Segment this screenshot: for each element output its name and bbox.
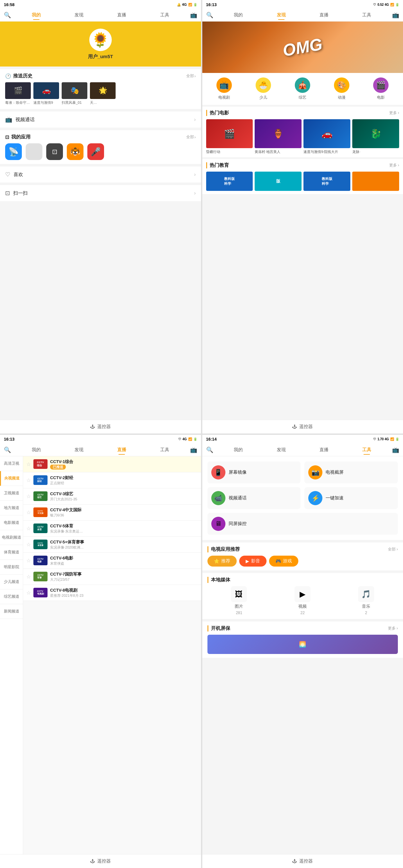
tab-live-2[interactable]: 直播 [317, 11, 330, 19]
scan-item[interactable]: ⊡ 扫一扫 › [0, 185, 201, 201]
channel-item-3[interactable]: ☆ CCTV中文国 CCTV-4中文国际 银刀6/36 [23, 504, 201, 521]
cat-nav-sports[interactable]: 体育频道 [0, 545, 23, 560]
tab-tools[interactable]: 工具 [158, 11, 171, 19]
movie-card-1[interactable]: 🏺 黄庙村·地宫美人 [255, 119, 302, 154]
movie-card-2[interactable]: 🚗 速度与激情9·院线大片 [303, 119, 350, 154]
cat-nav-variety[interactable]: 综艺频道 [0, 589, 23, 604]
tv-app-tab-video[interactable]: ▶ 影音 [239, 556, 267, 566]
channel-item-5[interactable]: ☆ CCTV体育赛 CCTV-5+体育赛事 实况录像·2020欧洲… [23, 537, 201, 553]
tab-my[interactable]: 我的 [30, 11, 43, 19]
app-icon-2[interactable]: ⊡ [46, 143, 63, 160]
tv-icon-3[interactable]: 📺 [186, 446, 201, 454]
tab-live[interactable]: 直播 [115, 11, 128, 19]
tab-live-3[interactable]: 直播 [115, 446, 128, 454]
star-icon-8[interactable]: ☆ [26, 590, 31, 596]
channel-item-4[interactable]: ☆ CCTV体育 CCTV-5体育 实况录像·东京奥运… [23, 521, 201, 537]
cat-nav-kids[interactable]: 少儿频道 [0, 575, 23, 589]
edu-card-2[interactable]: 教科版科学 [303, 172, 350, 191]
app-icon-1[interactable] [26, 143, 42, 160]
edu-card-3[interactable] [352, 172, 399, 191]
movie-card-0[interactable]: 🎬 昏霾行动 [206, 119, 253, 154]
star-icon-0[interactable]: ☆ [26, 461, 31, 467]
cat-nav-news[interactable]: 新闻频道 [0, 604, 23, 619]
tab-discover-3[interactable]: 发现 [73, 446, 86, 454]
bootscreen-more[interactable]: 更多 › [388, 626, 398, 631]
remote-bar-4[interactable]: 🕹 遥控器 [202, 854, 403, 868]
cat-nav-cctv[interactable]: 央视频道 [0, 471, 23, 486]
history-item-3[interactable]: 🌟 天… [90, 82, 115, 105]
app-icon-4[interactable]: 🎤 [87, 143, 104, 160]
tv-icon-4[interactable]: 📺 [388, 446, 403, 454]
app-icon-0[interactable]: 📡 [5, 143, 22, 160]
history-item-1[interactable]: 🚗 速度与激情9 [33, 82, 59, 105]
cat-nav-movie[interactable]: 电影频道 [0, 516, 23, 530]
tv-icon-2[interactable]: 📺 [388, 11, 403, 19]
star-icon-6[interactable]: ☆ [26, 558, 31, 564]
tab-tools-3[interactable]: 工具 [158, 446, 171, 454]
search-icon-3[interactable]: 🔍 [0, 446, 15, 454]
hot-movies-more[interactable]: 更多 › [389, 110, 399, 116]
cat-tv[interactable]: 📺 电视剧 [216, 78, 232, 100]
cat-nav-drama[interactable]: 电视剧频道 [0, 530, 23, 545]
edu-card-1[interactable]: 版 [255, 172, 302, 191]
remote-bar-1[interactable]: 🕹 遥控器 [0, 420, 201, 434]
history-item-0[interactable]: 🎬 毒液：致命守… [5, 82, 31, 105]
tab-discover-2[interactable]: 发现 [275, 11, 288, 19]
remote-bar-2[interactable]: 🕹 遥控器 [202, 420, 403, 434]
star-icon-1[interactable]: ☆ [26, 477, 31, 483]
avatar[interactable]: 🌻 [89, 29, 112, 51]
history-more[interactable]: 全部 › [186, 73, 196, 79]
tool-video-call[interactable]: 📹 视频通话 [207, 487, 301, 509]
tab-tools-2[interactable]: 工具 [360, 11, 373, 19]
tab-tools-4[interactable]: 工具 [360, 446, 373, 454]
tv-app-tab-recommend[interactable]: ⭐ 推荐 [207, 556, 237, 566]
cat-movie[interactable]: 🎬 电影 [373, 78, 389, 100]
tool-same-screen[interactable]: 🖥 同屏操控 [207, 513, 398, 535]
channel-item-1[interactable]: ☆ CCTV财经 CCTV-2财经 正点财经 [23, 472, 201, 489]
cat-anime[interactable]: 🎨 动漫 [334, 78, 349, 100]
cat-nav-star[interactable]: 明星影院 [0, 560, 23, 575]
tab-live-4[interactable]: 直播 [317, 446, 330, 454]
cat-kids[interactable]: 🐣 少儿 [256, 78, 271, 100]
star-icon-3[interactable]: ☆ [26, 509, 31, 516]
app-icon-3[interactable]: 🐯 [67, 143, 83, 160]
edu-card-0[interactable]: 教科版科学 [206, 172, 253, 191]
media-photos[interactable]: 🖼 图片 281 [231, 586, 247, 615]
tv-apps-more[interactable]: 全部 › [388, 547, 398, 552]
search-icon-4[interactable]: 🔍 [202, 446, 217, 454]
tool-speed-boost[interactable]: ⚡ 一键加速 [304, 487, 398, 509]
channel-item-7[interactable]: ☆ CCTV军事 CCTV-7国防军事 大刀记23/57 [23, 569, 201, 585]
hot-edu-more[interactable]: 更多 › [389, 163, 399, 168]
star-icon-5[interactable]: ☆ [26, 541, 31, 548]
channel-item-8[interactable]: ☆ CCTV电视剧 CCTV-8电视剧 星推荐·2021年8月·23 [23, 585, 201, 601]
tv-icon[interactable]: 📺 [186, 11, 201, 19]
channel-item-2[interactable]: ☆ CCTV综艺 CCTV-3综艺 开门大吉2021-35 [23, 489, 201, 504]
star-icon-2[interactable]: ☆ [26, 493, 31, 499]
star-icon-7[interactable]: ☆ [26, 574, 31, 580]
search-icon-2[interactable]: 🔍 [202, 11, 217, 19]
media-music[interactable]: 🎵 音乐 2 [358, 586, 374, 615]
movie-card-3[interactable]: 🐉 龙脉· [352, 119, 399, 154]
cat-nav-hd-satellite[interactable]: 高清卫视 [0, 456, 23, 471]
tab-my-2[interactable]: 我的 [232, 11, 245, 19]
tab-discover-4[interactable]: 发现 [275, 446, 288, 454]
tool-screen-mirror[interactable]: 📱 屏幕镜像 [207, 462, 301, 483]
tab-my-3[interactable]: 我的 [30, 446, 43, 454]
cat-variety[interactable]: 🎪 综艺 [295, 78, 310, 100]
channel-item-0[interactable]: ☆ CCTV综合 CCTV-1综合 已推送 [23, 456, 201, 472]
history-item-2[interactable]: 🎭 扫黑风暴_01 [62, 82, 87, 105]
cat-nav-local[interactable]: 地方频道 [0, 501, 23, 516]
likes-item[interactable]: ♡ 喜欢 › [0, 166, 201, 183]
apps-more[interactable]: 全部 › [186, 134, 196, 140]
cat-nav-satellite[interactable]: 卫视频道 [0, 486, 23, 501]
search-icon[interactable]: 🔍 [0, 11, 15, 19]
tool-tv-screenshot[interactable]: 📸 电视截屏 [304, 462, 398, 483]
star-icon-4[interactable]: ☆ [26, 525, 31, 531]
media-videos[interactable]: ▶ 视频 22 [295, 586, 310, 615]
video-call-item[interactable]: 📺 视频通话 › [0, 112, 201, 128]
tv-app-tab-game[interactable]: 🎮 游戏 [269, 556, 298, 566]
tab-discover[interactable]: 发现 [73, 11, 86, 19]
channel-item-6[interactable]: ☆ CCTV电影 CCTV-6电影 末世侠盗 [23, 553, 201, 569]
tab-my-4[interactable]: 我的 [232, 446, 245, 454]
remote-bar-3[interactable]: 🕹 遥控器 [0, 854, 201, 868]
